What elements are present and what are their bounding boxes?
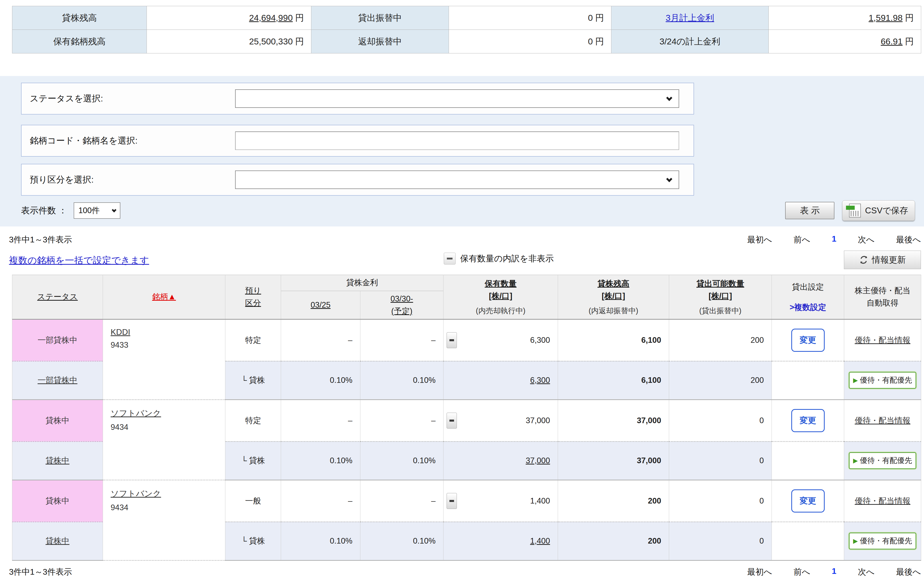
bulk-setting-link[interactable]: 複数の銘柄を一括で設定できます (9, 254, 149, 267)
refresh-label: 情報更新 (872, 254, 906, 266)
header-rate-next[interactable]: 03/30-(予定) (360, 291, 444, 319)
page-current: 1 (832, 234, 837, 246)
benefit-info-link[interactable]: 優待・配当情報 (855, 496, 911, 505)
account-select[interactable] (235, 170, 679, 189)
stock-cell: ソフトバンク 9434 (103, 400, 225, 480)
qty-cell: 6,300 (444, 319, 558, 361)
status-cell[interactable]: 貸株中 (12, 522, 103, 560)
perpage-label: 表示件数 ： (21, 205, 67, 216)
benefit-cell: ▶優待・有配優先 (844, 361, 921, 400)
stock-name-link[interactable]: ソフトバンク (111, 408, 161, 418)
benefit-info-link[interactable]: 優待・配当情報 (855, 335, 911, 345)
minus-icon[interactable] (447, 332, 457, 348)
minus-icon[interactable] (447, 413, 457, 429)
benefit-priority-button[interactable]: ▶優待・有配優先 (849, 372, 916, 389)
page-prev-link[interactable]: 前へ (794, 567, 810, 578)
perpage-select[interactable]: 100件 (74, 202, 120, 219)
multi-setting-link[interactable]: >複数設定 (772, 302, 844, 313)
breakdown-toggle[interactable]: 保有数量の内訳を非表示 (444, 253, 554, 264)
holdings-balance-value: 25,500,330 円 (147, 30, 311, 53)
page-first-link[interactable]: 最初へ (747, 567, 772, 578)
march-interest-link[interactable]: 3月計上金利 (611, 6, 769, 30)
stock-name-link[interactable]: KDDI (111, 327, 130, 337)
status-select[interactable] (235, 89, 679, 108)
page-next-link[interactable]: 次へ (858, 567, 875, 578)
csv-save-button[interactable]: CSVで保存 (842, 200, 915, 221)
header-rate-today[interactable]: 03/25 (281, 291, 360, 319)
refresh-button[interactable]: 情報更新 (844, 251, 921, 269)
stock-cell: ソフトバンク 9434 (103, 480, 225, 560)
page-next-link[interactable]: 次へ (858, 234, 875, 246)
available-cell: 0 (669, 522, 772, 560)
account-filter-label: 預り区分を選択: (30, 174, 235, 186)
play-icon: ▶ (853, 457, 858, 464)
header-stock[interactable]: 銘柄▲ (103, 275, 225, 319)
header-qty[interactable]: 保有数量[株/口](内売却執行中) (444, 275, 558, 319)
pagination-top: 最初へ 前へ 1 次へ 最後へ (747, 234, 921, 246)
tools-row: 複数の銘柄を一括で設定できます 保有数量の内訳を非表示 情報更新 (9, 251, 921, 271)
account-summary-table: 貸株残高 24,694,990 円 貸出振替中 0 円 3月計上金利 1,591… (12, 6, 921, 53)
bottom-count-row: 3件中1～3件表示 最初へ 前へ 1 次へ 最後へ (9, 567, 921, 578)
header-status[interactable]: ステータス (12, 275, 103, 319)
header-available[interactable]: 貸出可能数量[株/口](貸出振替中) (669, 275, 772, 319)
change-button[interactable]: 変更 (791, 489, 825, 512)
header-benefit: 株主優待・配当自動取得 (844, 275, 921, 319)
available-cell: 0 (669, 441, 772, 480)
change-button[interactable]: 変更 (791, 409, 825, 432)
account-filter-row: 預り区分を選択: (21, 164, 694, 196)
benefit-priority-button[interactable]: ▶優待・有配優先 (849, 532, 916, 550)
header-balance[interactable]: 貸株残高[株/口](内返却振替中) (558, 275, 669, 319)
status-filter-row: ステータスを選択: (21, 83, 694, 114)
status-cell[interactable]: 貸株中 (12, 441, 103, 480)
change-button[interactable]: 変更 (791, 329, 825, 352)
return-transfer-value: 0 円 (449, 30, 611, 53)
show-button[interactable]: 表 示 (785, 202, 835, 219)
status-cell[interactable]: 一部貸株中 (12, 361, 103, 400)
return-transfer-label: 返却振替中 (311, 30, 449, 53)
benefit-priority-button[interactable]: ▶優待・有配優先 (849, 452, 916, 469)
result-count: 3件中1～3件表示 (9, 234, 72, 246)
header-account[interactable]: 預り区分 (225, 275, 281, 319)
rate-next-cell: 0.10% (360, 361, 444, 400)
page-prev-link[interactable]: 前へ (794, 234, 810, 246)
rate-next-cell: – (360, 400, 444, 441)
rate-next-cell: 0.10% (360, 522, 444, 560)
rate-next-cell: 0.10% (360, 441, 444, 480)
stock-code: 9434 (111, 503, 225, 512)
minus-icon[interactable] (444, 253, 455, 264)
setting-cell (772, 522, 844, 560)
stock-search-input[interactable] (235, 132, 679, 150)
rate-today-cell: – (281, 400, 360, 441)
table-row: 一部貸株中 KDDI 9433 特定 – – 6,300 6,100 200 変… (12, 319, 921, 361)
page-current: 1 (832, 567, 837, 578)
stock-name-link[interactable]: ソフトバンク (111, 489, 161, 498)
sort-asc-icon: ▲ (168, 292, 176, 301)
rate-today-cell: – (281, 480, 360, 522)
table-row: 貸株中 ソフトバンク 9434 一般 – – 1,400 200 0 変更 優待… (12, 480, 921, 522)
benefit-cell: ▶優待・有配優先 (844, 441, 921, 480)
balance-cell: 200 (558, 480, 669, 522)
header-rate-group: 貸株金利 (281, 275, 444, 291)
benefit-info-link[interactable]: 優待・配当情報 (855, 416, 911, 425)
setting-cell: 変更 (772, 480, 844, 522)
account-type-cell: 特定 (225, 400, 281, 441)
minus-icon[interactable] (447, 493, 457, 509)
rate-today-cell: 0.10% (281, 361, 360, 400)
chevron-down-icon (112, 208, 117, 212)
account-type-cell: 一般 (225, 480, 281, 522)
qty-cell[interactable]: 1,400 (444, 522, 558, 560)
benefit-info-cell: 優待・配当情報 (844, 400, 921, 441)
page-last-link[interactable]: 最後へ (896, 567, 921, 578)
lending-table: ステータス 銘柄▲ 預り区分 貸株金利 保有数量[株/口](内売却執行中) 貸株… (12, 275, 921, 561)
balance-cell: 200 (558, 522, 669, 560)
result-count: 3件中1～3件表示 (9, 567, 72, 578)
qty-cell[interactable]: 6,300 (444, 361, 558, 400)
page-last-link[interactable]: 最後へ (896, 234, 921, 246)
qty-cell[interactable]: 37,000 (444, 441, 558, 480)
balance-cell: 37,000 (558, 441, 669, 480)
page-first-link[interactable]: 最初へ (747, 234, 772, 246)
available-cell: 0 (669, 480, 772, 522)
stock-filter-row: 銘柄コード・銘柄名を選択: (21, 125, 694, 157)
refresh-icon (859, 255, 868, 264)
available-cell: 200 (669, 319, 772, 361)
